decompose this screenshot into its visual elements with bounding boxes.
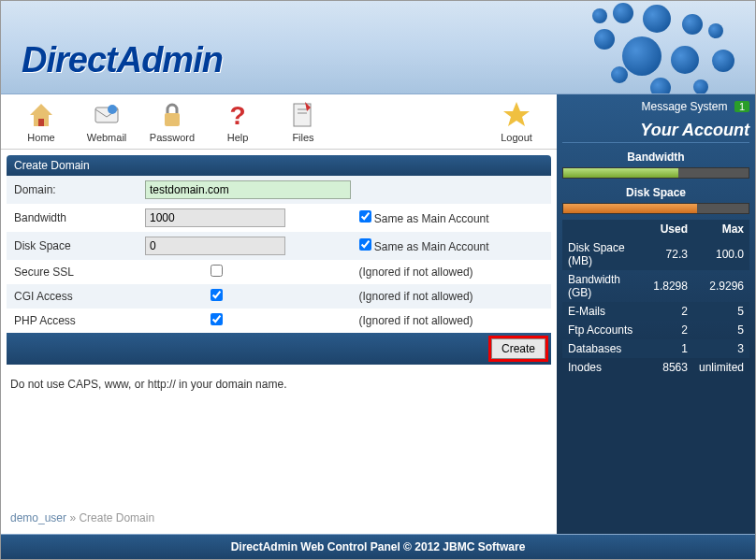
bandwidth-input[interactable] bbox=[145, 208, 285, 227]
diskspace-bar bbox=[562, 203, 749, 214]
stat-used: 2 bbox=[647, 302, 693, 321]
nav-label: Webmail bbox=[87, 132, 127, 143]
home-icon bbox=[26, 100, 56, 130]
svg-text:?: ? bbox=[229, 101, 245, 130]
sidebar: Message System 1 Your Account Bandwidth … bbox=[557, 94, 755, 534]
mail-icon bbox=[92, 100, 122, 130]
breadcrumb-page: Create Domain bbox=[79, 511, 154, 524]
cgi-label: CGI Access bbox=[7, 284, 138, 309]
php-checkbox[interactable] bbox=[211, 313, 223, 325]
svg-rect-0 bbox=[38, 119, 44, 126]
ignored-text: (Ignored if not allowed) bbox=[352, 260, 551, 284]
cgi-checkbox[interactable] bbox=[211, 289, 223, 301]
ignored-text: (Ignored if not allowed) bbox=[352, 284, 551, 309]
star-icon bbox=[502, 100, 531, 130]
account-stats-table: UsedMax Disk Space (MB)72.3100.0 Bandwid… bbox=[562, 220, 749, 377]
svg-rect-3 bbox=[165, 113, 180, 126]
svg-point-2 bbox=[108, 105, 117, 114]
stat-label: Databases bbox=[562, 339, 647, 358]
php-label: PHP Access bbox=[7, 309, 138, 333]
stat-label: Inodes bbox=[562, 358, 647, 377]
stat-label: Ftp Accounts bbox=[562, 321, 647, 339]
bandwidth-same-checkbox[interactable] bbox=[359, 210, 371, 223]
breadcrumb: demo_user » Create Domain bbox=[10, 511, 547, 524]
stat-label: E-Mails bbox=[562, 302, 647, 321]
nav-webmail[interactable]: Webmail bbox=[74, 98, 139, 145]
stat-used: 72.3 bbox=[647, 238, 693, 270]
hint-text: Do not use CAPS, www, or http:// in your… bbox=[10, 378, 547, 391]
lock-icon bbox=[157, 100, 187, 130]
bandwidth-label: Bandwidth bbox=[7, 204, 138, 232]
message-system-link[interactable]: Message System bbox=[641, 100, 727, 113]
header-banner: DirectAdmin bbox=[1, 1, 755, 94]
nav-label: Files bbox=[292, 132, 313, 143]
help-icon: ? bbox=[223, 100, 253, 130]
files-icon bbox=[288, 100, 318, 130]
panel-title: Create Domain bbox=[7, 155, 551, 176]
diskspace-stat-label: Disk Space bbox=[562, 184, 749, 201]
nav-label: Home bbox=[27, 132, 54, 143]
domain-input[interactable] bbox=[145, 180, 351, 199]
col-used: Used bbox=[647, 220, 693, 238]
diskspace-same-checkbox[interactable] bbox=[359, 238, 371, 251]
stat-used: 2 bbox=[647, 321, 693, 339]
nav-label: Help bbox=[227, 132, 249, 143]
nav-help[interactable]: ? Help bbox=[205, 98, 270, 145]
nav-logout[interactable]: Logout bbox=[484, 98, 549, 145]
nav-files[interactable]: Files bbox=[270, 98, 336, 145]
stat-max: unlimited bbox=[693, 358, 749, 377]
create-button[interactable]: Create bbox=[491, 338, 545, 359]
toolbar: Home Webmail Password ? Help Files bbox=[1, 94, 557, 150]
same-label: Same as Main Account bbox=[374, 212, 489, 225]
stat-used: 1 bbox=[647, 339, 693, 358]
domain-label: Domain: bbox=[7, 176, 138, 204]
diskspace-input[interactable] bbox=[145, 237, 285, 255]
stat-used: 1.8298 bbox=[647, 270, 693, 302]
stat-max: 5 bbox=[693, 302, 749, 321]
col-max: Max bbox=[693, 220, 749, 238]
same-label: Same as Main Account bbox=[374, 240, 489, 253]
brand-logo: DirectAdmin bbox=[22, 40, 223, 80]
stat-max: 3 bbox=[693, 339, 749, 358]
breadcrumb-user[interactable]: demo_user bbox=[10, 511, 66, 524]
message-count-badge: 1 bbox=[734, 101, 749, 112]
nav-password[interactable]: Password bbox=[139, 98, 205, 145]
breadcrumb-sep: » bbox=[69, 511, 76, 524]
footer: DirectAdmin Web Control Panel © 2012 JBM… bbox=[1, 534, 755, 559]
nav-label: Password bbox=[150, 132, 195, 143]
stat-max: 100.0 bbox=[693, 238, 749, 270]
stat-used: 8563 bbox=[647, 358, 693, 377]
ssl-label: Secure SSL bbox=[7, 260, 138, 284]
nav-home[interactable]: Home bbox=[8, 98, 74, 145]
stat-max: 2.9296 bbox=[693, 270, 749, 302]
diskspace-label: Disk Space bbox=[7, 232, 138, 260]
stat-max: 5 bbox=[693, 321, 749, 339]
stat-label: Disk Space (MB) bbox=[562, 238, 647, 270]
bandwidth-stat-label: Bandwidth bbox=[562, 149, 749, 165]
bandwidth-bar bbox=[562, 167, 749, 179]
nav-label: Logout bbox=[501, 132, 532, 143]
stat-label: Bandwidth (GB) bbox=[562, 270, 647, 302]
ignored-text: (Ignored if not allowed) bbox=[352, 309, 551, 333]
create-highlight: Create bbox=[488, 336, 548, 362]
ssl-checkbox[interactable] bbox=[211, 265, 223, 277]
create-domain-panel: Create Domain Domain: Bandwidth Same as … bbox=[7, 155, 551, 365]
account-title: Your Account bbox=[562, 121, 749, 143]
